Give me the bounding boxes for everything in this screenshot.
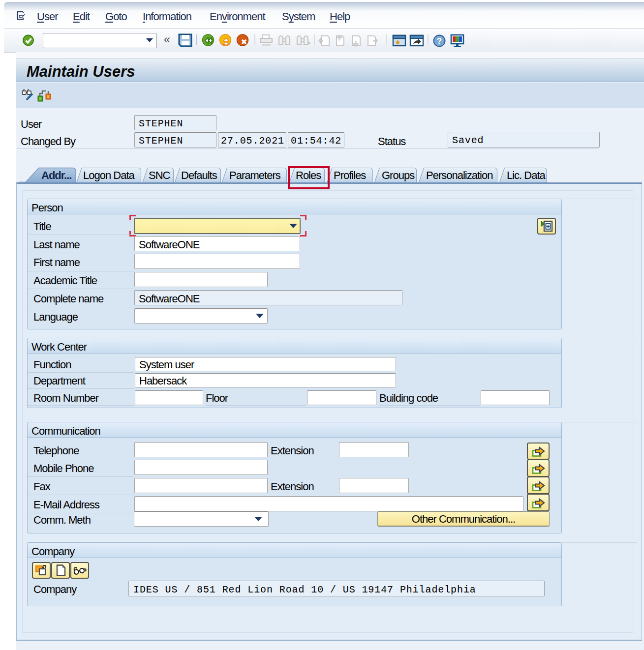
svg-text:?: ? <box>437 36 442 46</box>
